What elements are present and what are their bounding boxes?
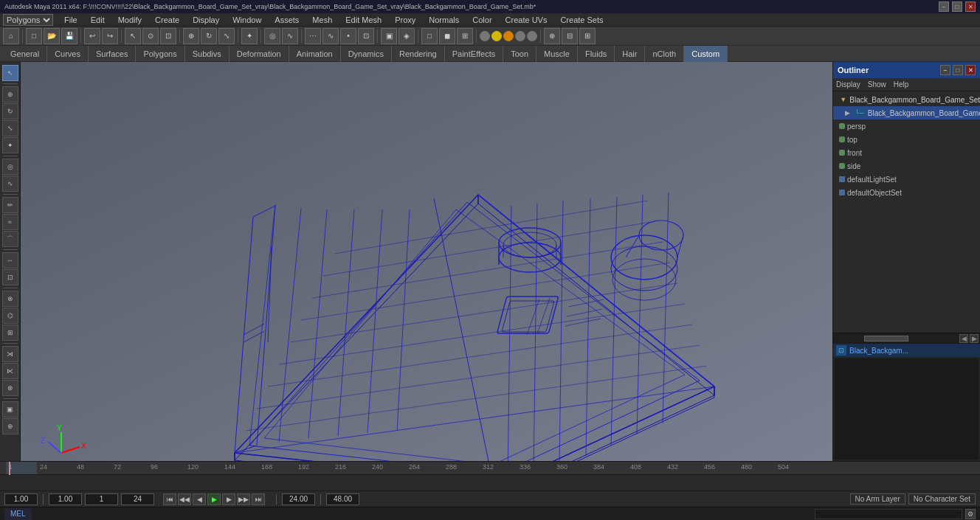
scroll-left-btn[interactable]: ◀ [959,334,968,343]
tab-muscle[interactable]: Muscle [536,46,578,62]
lattice-tool[interactable]: ⊞ [2,325,18,341]
menu-modify[interactable]: Modify [116,15,144,24]
visibility-button[interactable]: ⊕ [544,28,560,44]
show-button[interactable]: ⊞ [579,28,596,44]
tab-subdivs[interactable]: Subdivs [185,46,230,62]
menu-create[interactable]: Create [153,15,182,24]
curve-tool[interactable]: ⌒ [2,231,18,247]
tab-polygons[interactable]: Polygons [136,46,184,62]
current-frame-field[interactable]: 1.00 [4,493,38,505]
tab-curves[interactable]: Curves [47,46,89,62]
tab-rendering[interactable]: Rendering [392,46,445,62]
outliner-close[interactable]: ✕ [965,65,976,75]
tree-item-default-light-set[interactable]: defaultLightSet [833,173,980,186]
no-character-button[interactable]: No Character Set [908,493,976,505]
wireframe-button[interactable]: □ [421,28,438,44]
sculpt-button[interactable]: ∿ [282,28,298,44]
snap-curve[interactable]: ∿ [322,28,339,44]
bend-tool[interactable]: ⌬ [2,308,18,324]
tree-item-front[interactable]: front [833,146,980,159]
timeline-ruler[interactable]: 1 24 48 72 96 120 144 168 192 216 240 26… [0,462,980,475]
rotate-button[interactable]: ↻ [201,28,217,44]
outliner-show-menu[interactable]: Show [868,80,886,89]
move-button[interactable]: ⊕ [183,28,199,44]
paint-tool[interactable]: ✏ [2,197,18,213]
redo-button[interactable]: ↪ [102,28,118,44]
next-frame-button[interactable]: ▶ [222,493,235,505]
playback-end-field[interactable]: 24.00 [282,493,315,505]
total-end-field[interactable]: 48.00 [326,493,359,505]
menu-edit[interactable]: Edit [89,15,107,24]
rigging-tool[interactable]: ⋊ [2,346,18,362]
menu-create-uvs[interactable]: Create UVs [503,15,550,24]
range-end-field[interactable]: 24 [121,493,154,505]
tab-ncloth[interactable]: nCloth [645,46,684,62]
menu-display[interactable]: Display [190,15,221,24]
tab-fluids[interactable]: Fluids [578,46,615,62]
tab-deformation[interactable]: Deformation [230,46,289,62]
menu-assets[interactable]: Assets [272,15,301,24]
smooth-button[interactable]: ◼ [439,28,455,44]
tree-item-root-group[interactable]: ▼ Black_Backgammon_Board_Game_Set [833,93,980,106]
tab-animation[interactable]: Animation [289,46,341,62]
ipr-button[interactable]: ◈ [398,28,415,44]
outliner-display-menu[interactable]: Display [836,80,860,89]
scale-tool[interactable]: ⤡ [2,120,18,136]
tab-custom[interactable]: Custom [684,46,728,62]
tree-item-side[interactable]: side [833,159,980,173]
extra-tool[interactable]: ⊕ [2,418,18,434]
menu-normals[interactable]: Normals [427,15,461,24]
tab-general[interactable]: General [3,46,47,62]
universal-tool[interactable]: ✦ [2,137,18,153]
tab-painteffects[interactable]: PaintEffects [445,46,504,62]
status-mode[interactable]: MEL [4,508,32,520]
tree-item-persp[interactable]: persp [833,119,980,133]
soft-mod-button[interactable]: ◎ [264,28,280,44]
tab-dynamics[interactable]: Dynamics [341,46,392,62]
home-button[interactable]: ⌂ [3,28,19,44]
go-start-button[interactable]: ⏮ [163,493,176,505]
undo-button[interactable]: ↩ [84,28,100,44]
tab-hair[interactable]: Hair [615,46,645,62]
status-settings[interactable]: ⚙ [965,509,976,519]
tab-surfaces[interactable]: Surfaces [89,46,136,62]
mode-dropdown[interactable]: Polygons [3,14,53,26]
menu-mesh[interactable]: Mesh [310,15,334,24]
move-tool[interactable]: ⊕ [2,86,18,103]
menu-file[interactable]: File [62,15,80,24]
range-start-field[interactable]: 1.00 [49,493,82,505]
tree-item-default-object-set[interactable]: defaultObjectSet [833,186,980,199]
select-button[interactable]: ↖ [125,28,141,44]
rotate-tool[interactable]: ↻ [2,103,18,119]
minimize-button[interactable]: − [939,1,949,12]
menu-edit-mesh[interactable]: Edit Mesh [343,15,384,24]
maximize-button[interactable]: □ [952,1,962,12]
go-end-button[interactable]: ⏭ [252,493,265,505]
prev-frame-button[interactable]: ◀ [193,493,206,505]
sculpt-tool[interactable]: ∿ [2,176,18,192]
outliner-horizontal-scrollbar[interactable]: ◀ ▶ [833,333,980,343]
crease-tool[interactable]: ≈ [2,214,18,230]
universal-button[interactable]: ✦ [241,28,258,44]
scrollbar-thumb[interactable] [864,336,908,342]
menu-create-sets[interactable]: Create Sets [558,15,605,24]
select-tool[interactable]: ↖ [2,65,18,81]
play-button[interactable]: ▶ [207,493,221,505]
render-tool[interactable]: ▣ [2,401,18,417]
ik-tool[interactable]: ⊗ [2,380,18,396]
camera-tool[interactable]: ⊡ [2,269,18,285]
close-button[interactable]: ✕ [965,1,976,12]
snap-view[interactable]: ⊡ [358,28,374,44]
no-arm-layer-button[interactable]: No Arm Layer [850,493,905,505]
soft-select-tool[interactable]: ◎ [2,159,18,175]
hide-button[interactable]: ⊟ [562,28,578,44]
snap-grid[interactable]: ⋯ [305,28,321,44]
tree-item-top[interactable]: top [833,133,980,146]
viewport[interactable]: View Shading Lighting Show Renderer Pane… [21,62,832,461]
key-field[interactable]: 1 [85,493,118,505]
scroll-right-btn[interactable]: ▶ [970,334,979,343]
snap-point[interactable]: • [340,28,356,44]
save-button[interactable]: 💾 [61,28,77,44]
render-button[interactable]: ▣ [381,28,397,44]
open-button[interactable]: 📂 [44,28,60,44]
